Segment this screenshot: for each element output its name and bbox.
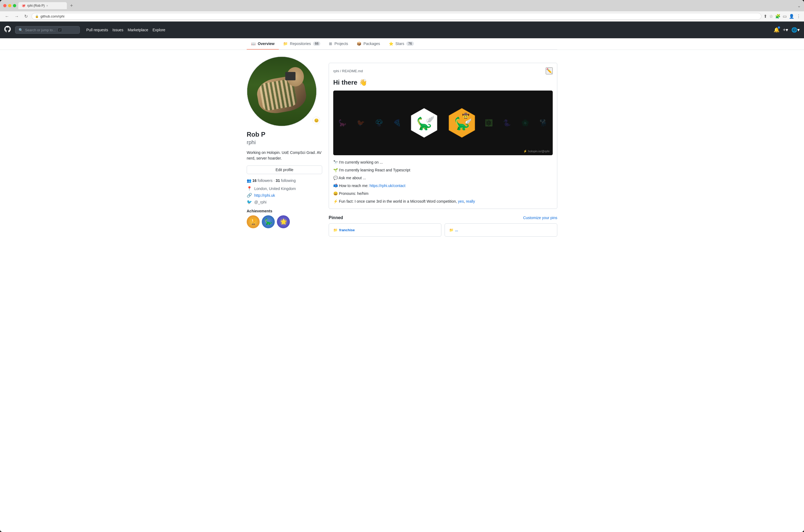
twitter-icon: 🐦: [247, 200, 252, 205]
sidebar-icon[interactable]: ▭: [783, 14, 787, 19]
address-bar: ← → ↻ 🔒 github.com/rphi ⬆ ☆ 🧩 ▭ 👤 ⋮: [0, 11, 804, 22]
packages-icon: 📦: [357, 41, 361, 46]
tab-repositories[interactable]: 📁 Repositories 66: [279, 38, 324, 50]
bullet-reach: 📫 How to reach me: https://rphi.uk/conta…: [333, 183, 553, 189]
profile-sidebar: 😊 Rob P rphi Working on Holopin. UoE Com…: [247, 56, 322, 236]
following-count: 31: [276, 178, 280, 183]
browser-menu-icon[interactable]: ⋮: [797, 14, 801, 19]
pattern-atom: ⚛️: [485, 119, 493, 127]
bullet-pronouns: 😄 Pronouns: he/him: [333, 191, 553, 196]
nav-pull-requests[interactable]: Pull requests: [86, 28, 108, 32]
bullet-working: 🔭 I'm currently working on ...: [333, 159, 553, 165]
funfact-yes-link[interactable]: yes: [458, 199, 464, 204]
edit-profile-button[interactable]: Edit profile: [247, 166, 322, 174]
bullet-funfact: ⚡ Fun fact: I once came 3rd in the world…: [333, 198, 553, 204]
bullet-ask: 💬 Ask me about ...: [333, 175, 553, 181]
share-icon[interactable]: ⬆: [764, 14, 767, 19]
people-icon: 👥: [247, 178, 251, 183]
profile-layout: 😊 Rob P rphi Working on Holopin. UoE Com…: [240, 50, 564, 243]
search-shortcut: /: [58, 28, 62, 32]
profile-username: rphi: [247, 139, 322, 146]
profile-bio: Working on Holopin. UoE CompSci Grad. AV…: [247, 150, 322, 161]
repositories-icon: 📁: [283, 41, 288, 46]
pattern-bird: 🐦: [357, 119, 365, 127]
followers-count: 16: [253, 178, 257, 183]
tab-projects[interactable]: ⊞ Projects: [324, 38, 352, 50]
notifications-button[interactable]: 🔔: [773, 27, 780, 33]
pattern-snake: 🐍: [503, 119, 511, 127]
tab-packages[interactable]: 📦 Packages: [352, 38, 384, 50]
maximize-window-button[interactable]: [13, 4, 16, 7]
pinned-section: Pinned Customize your pins 📁 franchise: [329, 215, 557, 236]
github-navbar: 🔍 Search or jump to... / Pull requests I…: [0, 22, 804, 38]
profile-tabs: 📖 Overview 📁 Repositories 66 ⊞ Projects …: [247, 38, 557, 50]
sticker-white-hex: 🦕 🪽: [408, 107, 440, 139]
contact-link[interactable]: https://rphi.uk/contact: [370, 184, 406, 188]
achievements-title: Achievements: [247, 209, 322, 213]
pinned-repo-1-link[interactable]: franchise: [339, 228, 355, 232]
follower-info: 👥 16 followers · 31 following: [247, 178, 322, 183]
new-tab-button[interactable]: +: [69, 3, 74, 8]
profile-tabs-container: 📖 Overview 📁 Repositories 66 ⊞ Projects …: [240, 38, 564, 50]
create-button[interactable]: +▾: [783, 27, 788, 33]
minimize-window-button[interactable]: [8, 4, 11, 7]
profile-display-name: Rob P: [247, 131, 322, 138]
profile-avatar: [247, 56, 317, 127]
nav-explore[interactable]: Explore: [153, 28, 165, 32]
svg-text:🪽: 🪽: [465, 118, 471, 124]
notification-badge: [778, 26, 780, 28]
pinned-repo-2-link[interactable]: ...: [455, 228, 458, 232]
achievement-badge-3: 🌟: [277, 215, 290, 228]
meta-twitter: 🐦 @_rphi: [247, 200, 322, 205]
close-window-button[interactable]: [3, 4, 6, 7]
nav-issues[interactable]: Issues: [112, 28, 123, 32]
readme-title: Hi there 👋: [333, 79, 553, 86]
forward-button[interactable]: →: [13, 14, 20, 19]
nav-marketplace[interactable]: Marketplace: [128, 28, 148, 32]
profile-tabs-wrapper: 📖 Overview 📁 Repositories 66 ⊞ Projects …: [0, 38, 804, 50]
funfact-really-link[interactable]: really: [466, 199, 475, 204]
profile-content: rphi / README.md ✏️ Hi there 👋 🦕 🐦 🍄: [329, 56, 557, 236]
readme-edit-button[interactable]: ✏️: [546, 68, 553, 74]
nav-links: Pull requests Issues Marketplace Explore: [86, 28, 165, 32]
tab-favicon: 🐙: [22, 4, 25, 7]
achievement-badge-2: 🦕: [262, 215, 275, 228]
meta-location: 📍 London, United Kingdom: [247, 186, 322, 191]
meta-website: 🔗 http://rphi.uk: [247, 193, 322, 198]
readme-banner: 🦕 🐦 🍄 🍕 🧪 🍀 🐟 🍓 ⚛️ 🐍 🌸: [333, 91, 553, 155]
website-link[interactable]: http://rphi.uk: [254, 193, 275, 197]
overview-icon: 📖: [251, 41, 256, 46]
readme-path: rphi / README.md: [333, 69, 363, 73]
extensions-icon[interactable]: 🧩: [775, 14, 781, 19]
repo-icon-2: 📁: [449, 228, 453, 232]
bookmark-icon[interactable]: ☆: [769, 14, 773, 19]
customize-pins-link[interactable]: Customize your pins: [523, 215, 557, 220]
url-bar[interactable]: 🔒 github.com/rphi: [32, 13, 761, 20]
avatar-container: 😊: [247, 56, 322, 127]
avatar-emoji-button[interactable]: 😊: [313, 117, 320, 124]
reload-button[interactable]: ↻: [23, 13, 30, 19]
location-text: London, United Kingdom: [254, 187, 296, 191]
github-logo[interactable]: [4, 25, 11, 34]
achievements-section: Achievements 🏆 🦕 🌟: [247, 209, 322, 228]
tab-close-button[interactable]: ×: [46, 4, 48, 7]
active-tab[interactable]: 🐙 rphi (Rob P) ×: [18, 2, 67, 9]
pattern-mushroom: 🍄: [375, 119, 383, 127]
profile-meta: 📍 London, United Kingdom 🔗 http://rphi.u…: [247, 186, 322, 205]
achievement-badge-1: 🏆: [247, 215, 260, 228]
window-dropdown-icon[interactable]: ⌄: [797, 3, 801, 8]
pattern-dog: 🐕: [540, 119, 547, 127]
readme-card: rphi / README.md ✏️ Hi there 👋 🦕 🐦 🍄: [329, 63, 557, 209]
global-nav-button[interactable]: 🌐▾: [791, 27, 800, 33]
stars-icon: ⭐: [389, 41, 393, 46]
pinned-title: Pinned: [329, 215, 343, 220]
profile-menu-icon[interactable]: 👤: [789, 14, 794, 19]
pinned-item-1: 📁 franchise: [329, 223, 441, 236]
search-bar[interactable]: 🔍 Search or jump to... /: [15, 26, 80, 34]
projects-icon: ⊞: [329, 41, 332, 46]
pattern-flower: 🌸: [521, 119, 529, 127]
followers-label: followers ·: [258, 178, 275, 183]
tab-stars[interactable]: ⭐ Stars 76: [385, 38, 418, 50]
tab-overview[interactable]: 📖 Overview: [247, 38, 279, 50]
back-button[interactable]: ←: [3, 14, 11, 19]
